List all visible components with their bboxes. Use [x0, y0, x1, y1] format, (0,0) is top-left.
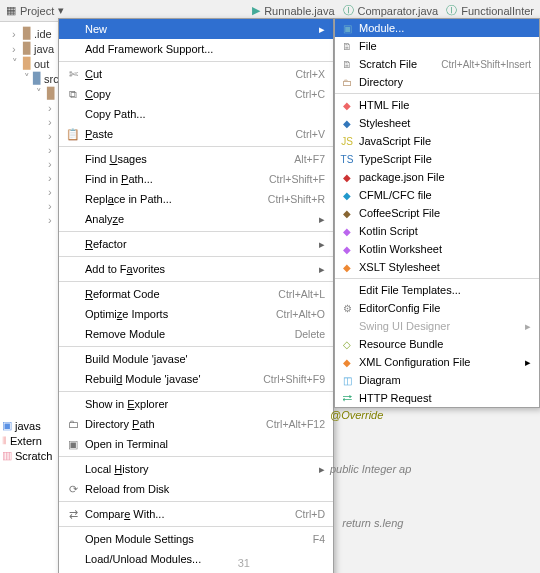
reload-icon: ⟳ [65, 483, 81, 496]
menu-refactor[interactable]: Refactor▸ [59, 234, 333, 254]
new-javascript[interactable]: JSJavaScript File [335, 132, 539, 150]
bundle-icon: ◇ [339, 339, 355, 350]
tree-node-out[interactable]: ˅▉out [0, 56, 59, 71]
new-swing[interactable]: Swing UI Designer▸ [335, 317, 539, 335]
file-icon: 🗎 [339, 41, 355, 52]
menu-copy-path[interactable]: Copy Path... [59, 104, 333, 124]
new-stylesheet[interactable]: ◆Stylesheet [335, 114, 539, 132]
menu-copy[interactable]: ⧉CopyCtrl+C [59, 84, 333, 104]
menu-new[interactable]: New▸ [59, 19, 333, 39]
new-submenu: ▣Module... 🗎File 🗎Scratch FileCtrl+Alt+S… [334, 18, 540, 408]
folder-icon: 🗀 [65, 418, 81, 430]
scratch-icon: 🗎 [339, 59, 355, 70]
project-tool-label[interactable]: ▦ Project ▾ [6, 4, 64, 17]
menu-optimize[interactable]: Optimize ImportsCtrl+Alt+O [59, 304, 333, 324]
menu-load-unload[interactable]: Load/Unload Modules... [59, 549, 333, 569]
compare-icon: ⇄ [65, 508, 81, 521]
tree-node-javase-iml[interactable]: ▣javas [0, 418, 60, 433]
menu-compare-with[interactable]: ⇄Compare With...Ctrl+D [59, 504, 333, 524]
cfml-icon: ◆ [339, 190, 355, 201]
tree-node-leaf8[interactable]: › [0, 199, 59, 213]
menu-remove-module[interactable]: Remove ModuleDelete [59, 324, 333, 344]
new-kotlin-script[interactable]: ◆Kotlin Script [335, 222, 539, 240]
tree-node-leaf9[interactable]: › [0, 213, 59, 227]
menu-local-history[interactable]: Local History▸ [59, 459, 333, 479]
menu-show-explorer[interactable]: Show in Explorer [59, 394, 333, 414]
menu-open-terminal[interactable]: ▣Open in Terminal [59, 434, 333, 454]
editor-code: @Override public Integer ap return s.len… [330, 370, 540, 573]
xslt-icon: ◆ [339, 262, 355, 273]
js-icon: JS [339, 136, 355, 147]
new-coffeescript[interactable]: ◆CoffeeScript File [335, 204, 539, 222]
new-kotlin-worksheet[interactable]: ◆Kotlin Worksheet [335, 240, 539, 258]
module-icon: ▣ [339, 23, 355, 34]
menu-reload-disk[interactable]: ⟳Reload from Disk [59, 479, 333, 499]
coffee-icon: ◆ [339, 208, 355, 219]
menu-open-module-settings[interactable]: Open Module SettingsF4 [59, 529, 333, 549]
new-scratch-file[interactable]: 🗎Scratch FileCtrl+Alt+Shift+Insert [335, 55, 539, 73]
tree-node-src[interactable]: ˅▉src [0, 71, 59, 86]
menu-cut[interactable]: ✄CutCtrl+X [59, 64, 333, 84]
terminal-icon: ▣ [65, 438, 81, 451]
paste-icon: 📋 [65, 128, 81, 141]
menu-replace-in-path[interactable]: Replace in Path...Ctrl+Shift+R [59, 189, 333, 209]
menu-rebuild-module[interactable]: Rebuild Module 'javase'Ctrl+Shift+F9 [59, 369, 333, 389]
menu-build-module[interactable]: Build Module 'javase' [59, 349, 333, 369]
new-package-json[interactable]: ◆package.json File [335, 168, 539, 186]
menu-paste[interactable]: 📋PasteCtrl+V [59, 124, 333, 144]
new-xslt[interactable]: ◆XSLT Stylesheet [335, 258, 539, 276]
project-tree[interactable]: ›▉.ide ›▉java ˅▉out ˅▉src ˅▉ › › › › › ›… [0, 22, 60, 573]
tree-node-leaf5[interactable]: › [0, 157, 59, 171]
menu-find-in-path[interactable]: Find in Path...Ctrl+Shift+F [59, 169, 333, 189]
copy-icon: ⧉ [65, 88, 81, 101]
new-resource-bundle[interactable]: ◇Resource Bundle [335, 335, 539, 353]
tree-node-leaf6[interactable]: › [0, 171, 59, 185]
menu-reformat[interactable]: Reformat CodeCtrl+Alt+L [59, 284, 333, 304]
new-typescript[interactable]: TSTypeScript File [335, 150, 539, 168]
context-menu: New▸ Add Framework Support... ✄CutCtrl+X… [58, 18, 334, 573]
xml-icon: ◆ [339, 357, 355, 368]
tree-node-javase[interactable]: ›▉java [0, 41, 59, 56]
project-tree-lower[interactable]: ▣javas ⫴Extern ▥Scratch [0, 418, 60, 463]
editor-tab-comparator[interactable]: Ⓘ Comparator.java [343, 3, 439, 18]
tree-node-leaf4[interactable]: › [0, 143, 59, 157]
kotlin-icon: ◆ [339, 226, 355, 237]
tree-node-scratch[interactable]: ▥Scratch [0, 448, 60, 463]
tree-node-pkg[interactable]: ˅▉ [0, 86, 59, 101]
new-html[interactable]: ◆HTML File [335, 96, 539, 114]
new-file[interactable]: 🗎File [335, 37, 539, 55]
ts-icon: TS [339, 154, 355, 165]
tree-node-external[interactable]: ⫴Extern [0, 433, 60, 448]
new-xml-config[interactable]: ◆XML Configuration File▸ [335, 353, 539, 371]
new-cfml[interactable]: ◆CFML/CFC file [335, 186, 539, 204]
menu-mark-directory[interactable]: Mark Directory as▸ [59, 569, 333, 573]
editor-gutter: 31 [200, 554, 260, 573]
editor-tab-functional[interactable]: Ⓘ FunctionalInter [446, 3, 534, 18]
cut-icon: ✄ [65, 68, 81, 81]
npm-icon: ◆ [339, 172, 355, 183]
menu-analyze[interactable]: Analyze▸ [59, 209, 333, 229]
new-edit-templates[interactable]: Edit File Templates... [335, 281, 539, 299]
tree-node-leaf3[interactable]: › [0, 129, 59, 143]
tree-node-leaf7[interactable]: › [0, 185, 59, 199]
tree-node-idea[interactable]: ›▉.ide [0, 26, 59, 41]
menu-find-usages[interactable]: Find UsagesAlt+F7 [59, 149, 333, 169]
html-icon: ◆ [339, 100, 355, 111]
menu-add-framework[interactable]: Add Framework Support... [59, 39, 333, 59]
tree-node-leaf2[interactable]: › [0, 115, 59, 129]
new-module[interactable]: ▣Module... [335, 19, 539, 37]
new-directory[interactable]: 🗀Directory [335, 73, 539, 91]
editorconfig-icon: ⚙ [339, 303, 355, 314]
kotlin-ws-icon: ◆ [339, 244, 355, 255]
menu-favorites[interactable]: Add to Favorites▸ [59, 259, 333, 279]
tree-node-leaf1[interactable]: › [0, 101, 59, 115]
editor-tab-runnable[interactable]: ▶ Runnable.java [252, 4, 334, 17]
new-editorconfig[interactable]: ⚙EditorConfig File [335, 299, 539, 317]
folder-icon: 🗀 [339, 77, 355, 88]
menu-directory-path[interactable]: 🗀Directory PathCtrl+Alt+F12 [59, 414, 333, 434]
css-icon: ◆ [339, 118, 355, 129]
